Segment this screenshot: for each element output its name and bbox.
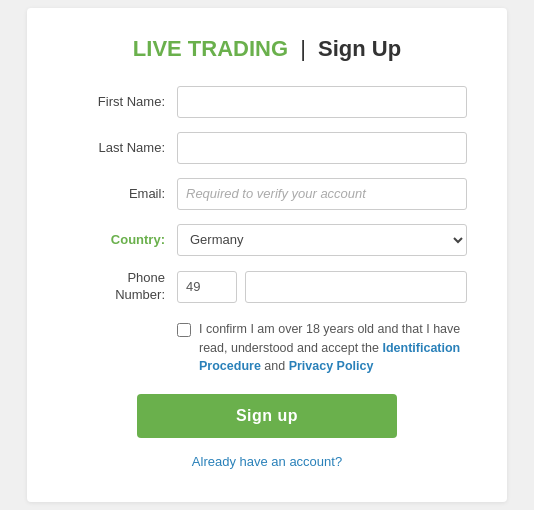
phone-number-input[interactable] — [245, 271, 467, 303]
last-name-label: Last Name: — [67, 140, 177, 155]
privacy-policy-link[interactable]: Privacy Policy — [289, 359, 374, 373]
email-row: Email: — [67, 178, 467, 210]
age-confirm-checkbox[interactable] — [177, 323, 191, 337]
country-select[interactable]: Germany United States United Kingdom Fra… — [177, 224, 467, 256]
phone-inputs-group — [177, 271, 467, 303]
page-title: LIVE TRADING | Sign Up — [67, 36, 467, 62]
signup-button[interactable]: Sign up — [137, 394, 397, 438]
already-have-account-link[interactable]: Already have an account? — [192, 454, 342, 469]
phone-code-input[interactable] — [177, 271, 237, 303]
first-name-label: First Name: — [67, 94, 177, 109]
first-name-row: First Name: — [67, 86, 467, 118]
last-name-input[interactable] — [177, 132, 467, 164]
title-separator: | — [300, 36, 306, 61]
phone-row: PhoneNumber: — [67, 270, 467, 304]
live-trading-text: LIVE TRADING — [133, 36, 288, 61]
first-name-input[interactable] — [177, 86, 467, 118]
signup-card: LIVE TRADING | Sign Up First Name: Last … — [27, 8, 507, 502]
email-input[interactable] — [177, 178, 467, 210]
already-have-account-row: Already have an account? — [67, 452, 467, 470]
last-name-row: Last Name: — [67, 132, 467, 164]
email-label: Email: — [67, 186, 177, 201]
signup-title-text: Sign Up — [318, 36, 401, 61]
country-row: Country: Germany United States United Ki… — [67, 224, 467, 256]
country-label: Country: — [67, 232, 177, 247]
age-confirmation-row: I confirm I am over 18 years old and tha… — [177, 320, 467, 376]
checkbox-label: I confirm I am over 18 years old and tha… — [199, 320, 467, 376]
phone-label: PhoneNumber: — [67, 270, 177, 304]
